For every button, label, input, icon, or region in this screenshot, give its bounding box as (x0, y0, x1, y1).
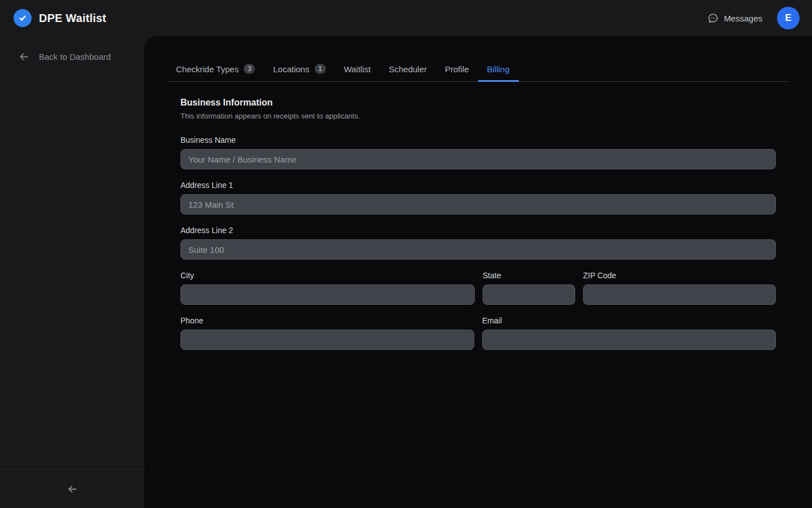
phone-input[interactable] (180, 330, 474, 350)
business-name-field-group: Business Name (180, 135, 776, 169)
tab-label: Profile (445, 64, 469, 74)
state-label: State (483, 271, 575, 280)
address-line-1-input[interactable] (180, 194, 776, 214)
sidebar: Back to Dashboard (0, 36, 144, 508)
tab-bar: Checkride Types 3 Locations 1 Waitlist S… (167, 58, 789, 82)
state-field-group: State (483, 271, 575, 305)
phone-field-group: Phone (180, 316, 474, 350)
tab-scheduler[interactable]: Scheduler (379, 58, 436, 81)
user-avatar[interactable]: E (777, 7, 800, 29)
messages-label: Messages (724, 14, 762, 23)
tab-badge-count: 3 (244, 64, 255, 74)
zip-code-input[interactable] (583, 284, 776, 305)
tab-badge-count: 1 (315, 64, 326, 74)
business-name-input[interactable] (180, 149, 776, 169)
tab-waitlist[interactable]: Waitlist (335, 58, 380, 81)
address-line-2-input[interactable] (180, 239, 776, 260)
address-line-1-label: Address Line 1 (180, 181, 776, 190)
tab-label: Scheduler (389, 64, 427, 74)
tab-label: Billing (487, 64, 510, 74)
tab-label: Checkride Types (176, 64, 239, 74)
zip-code-field-group: ZIP Code (583, 271, 776, 305)
collapse-sidebar-button[interactable] (61, 478, 83, 500)
tab-profile[interactable]: Profile (436, 58, 478, 81)
zip-code-label: ZIP Code (583, 271, 776, 280)
messages-button[interactable]: Messages (707, 12, 762, 24)
email-field-group: Email (482, 316, 776, 350)
city-label: City (180, 271, 475, 280)
back-to-dashboard-label: Back to Dashboard (39, 52, 111, 62)
tab-locations[interactable]: Locations 1 (264, 58, 334, 81)
address-line-2-label: Address Line 2 (180, 226, 776, 235)
app-logo-check-icon (14, 9, 32, 27)
tab-label: Locations (273, 64, 309, 74)
address-line-1-field-group: Address Line 1 (180, 181, 776, 214)
billing-form: Business Information This information ap… (180, 98, 776, 350)
state-input[interactable] (483, 284, 575, 305)
city-field-group: City (180, 271, 475, 305)
tab-label: Waitlist (344, 64, 371, 74)
section-subtitle: This information appears on receipts sen… (180, 112, 776, 120)
app-title: DPE Waitlist (39, 12, 106, 25)
phone-label: Phone (180, 316, 474, 325)
arrow-left-icon (67, 483, 78, 495)
main-panel: Checkride Types 3 Locations 1 Waitlist S… (144, 36, 812, 508)
email-input[interactable] (482, 330, 776, 350)
chat-bubble-icon (707, 12, 719, 24)
city-input[interactable] (180, 284, 475, 305)
sidebar-footer (0, 469, 144, 508)
section-title: Business Information (180, 98, 776, 108)
business-name-label: Business Name (180, 135, 776, 144)
back-to-dashboard-link[interactable]: Back to Dashboard (0, 36, 144, 63)
top-header: DPE Waitlist Messages E (0, 0, 812, 36)
email-label: Email (482, 316, 776, 325)
arrow-left-icon (18, 51, 30, 63)
address-line-2-field-group: Address Line 2 (180, 226, 776, 260)
tab-billing[interactable]: Billing (478, 58, 519, 81)
tab-checkride-types[interactable]: Checkride Types 3 (167, 58, 264, 81)
